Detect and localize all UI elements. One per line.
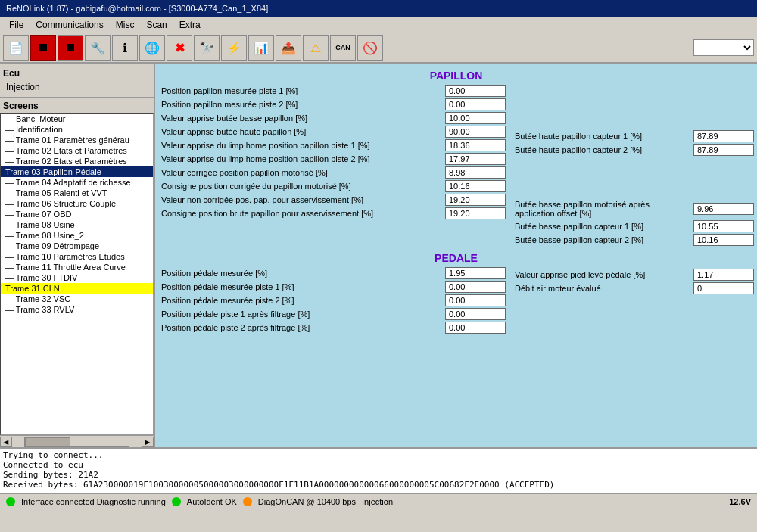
pedale-row-0: Position pédale mesurée [%] 1.95: [158, 267, 506, 279]
screen-item-4[interactable]: — Trame 02 Etats et Paramètres: [1, 156, 153, 166]
papillon-value-3[interactable]: 90.00: [445, 126, 506, 138]
menu-bar: File Communications Misc Scan Extra: [0, 17, 757, 33]
papillon-value-2[interactable]: 10.00: [445, 112, 506, 124]
pedale-label-1: Position pédale mesurée piste 1 [%]: [158, 282, 445, 292]
menu-scan[interactable]: Scan: [140, 18, 173, 32]
screens-scrollbar: ◄ ►: [0, 435, 154, 447]
screen-item-18[interactable]: — Trame 33 RVLV: [1, 304, 153, 315]
papillon-header: PAPILLON: [158, 70, 754, 82]
papillon-right-label-0: Butée haute papillon capteur 1 [%]: [512, 131, 693, 142]
log-line-0: Trying to connect...: [3, 450, 754, 460]
pedale-label-4: Position pédale piste 2 après filtrage […: [158, 322, 445, 333]
papillon-value-1[interactable]: 0.00: [445, 98, 506, 110]
toolbar-dropdown[interactable]: [693, 39, 754, 56]
papillon-right-value-3[interactable]: 10.55: [693, 220, 754, 232]
papillon-right-value-4[interactable]: 10.16: [693, 234, 754, 246]
screen-item-6[interactable]: — Trame 04 Adaptatif de richesse: [1, 177, 153, 188]
status-diagcan: DiagOnCAN @ 10400 bps: [258, 497, 356, 506]
log-line-1: Connected to ecu: [3, 460, 754, 470]
status-autoident: AutoIdent OK: [187, 497, 237, 506]
screen-item-12[interactable]: — Trame 09 Détrompage: [1, 241, 153, 251]
papillon-value-8[interactable]: 19.20: [445, 194, 506, 206]
pedale-right-value-0[interactable]: 1.17: [693, 269, 754, 281]
papillon-right-value-2[interactable]: 9.96: [693, 203, 754, 215]
upload-button[interactable]: 📤: [276, 35, 301, 61]
log-line-2: Sending bytes: 21A2: [3, 470, 754, 480]
stop-button[interactable]: ⏹: [58, 35, 83, 61]
screen-item-9[interactable]: — Trame 07 OBD: [1, 209, 153, 219]
screen-item-0[interactable]: — Banc_Moteur: [1, 114, 153, 124]
scroll-thumb[interactable]: [25, 437, 70, 446]
pedale-value-1[interactable]: 0.00: [445, 281, 506, 293]
papillon-label-1: Position papillon mesurée piste 2 [%]: [158, 99, 445, 110]
papillon-right-row-2: Butée basse papillon motorisé après appl…: [512, 199, 754, 219]
papillon-right-row-3: Butée basse papillon capteur 1 [%] 10.55: [512, 220, 754, 232]
screens-label: Screens: [0, 98, 154, 113]
ecu-label: Ecu: [3, 67, 151, 80]
info-button[interactable]: ℹ: [112, 35, 138, 61]
flash-button[interactable]: ⚡: [221, 35, 247, 61]
papillon-right-value-1[interactable]: 87.89: [693, 144, 754, 156]
scroll-right-btn[interactable]: ►: [142, 437, 154, 447]
pedale-value-4[interactable]: 0.00: [445, 322, 506, 334]
pedale-label-3: Position pédale piste 1 après filtrage […: [158, 309, 445, 319]
papillon-value-9[interactable]: 19.20: [445, 207, 506, 219]
menu-misc[interactable]: Misc: [110, 18, 141, 32]
screen-item-14[interactable]: — Trame 11 Throttle Area Curve: [1, 262, 153, 272]
papillon-right-value-0[interactable]: 87.89: [693, 130, 754, 142]
can-button[interactable]: CAN: [330, 35, 356, 61]
save-button[interactable]: ⏹: [30, 35, 56, 61]
screen-item-16[interactable]: Trame 31 CLN: [1, 283, 153, 294]
disconnect-button[interactable]: ✖: [167, 35, 192, 61]
papillon-row-7: Consigne position corrigée du papillon m…: [158, 180, 506, 192]
warning-button[interactable]: ⚠: [303, 35, 329, 61]
screen-item-3[interactable]: — Trame 02 Etats et Paramètres: [1, 145, 153, 156]
screen-item-7[interactable]: — Trame 05 Ralenti et VVT: [1, 188, 153, 198]
papillon-value-0[interactable]: 0.00: [445, 85, 506, 97]
pedale-label-2: Position pédale mesurée piste 2 [%]: [158, 295, 445, 306]
pedale-value-2[interactable]: 0.00: [445, 294, 506, 306]
content-area: PAPILLON Position papillon mesurée piste…: [155, 64, 757, 447]
papillon-right-label-2: Butée basse papillon motorisé après appl…: [512, 199, 693, 219]
screen-item-11[interactable]: — Trame 08 Usine_2: [1, 230, 153, 241]
screen-item-1[interactable]: — Identification: [1, 124, 153, 135]
screen-item-17[interactable]: — Trame 32 VSC: [1, 294, 153, 304]
connect-button[interactable]: 🌐: [139, 35, 165, 61]
status-text: Interface connected Diagnostic running: [21, 497, 166, 506]
papillon-label-2: Valeur apprise butée basse papillon [%]: [158, 113, 445, 123]
screen-item-2[interactable]: — Trame 01 Paramètres générau: [1, 135, 153, 145]
pedale-row-4: Position pédale piste 2 après filtrage […: [158, 322, 506, 334]
status-autoident-icon: [172, 497, 181, 506]
ecu-button[interactable]: 🔧: [85, 35, 111, 61]
scan-button[interactable]: 🚫: [357, 35, 383, 61]
menu-file[interactable]: File: [3, 18, 30, 32]
papillon-right-row-0: Butée haute papillon capteur 1 [%] 87.89: [512, 130, 754, 142]
pedale-right-label-0: Valeur apprise pied levé pédale [%]: [512, 269, 693, 280]
menu-communications[interactable]: Communications: [30, 18, 109, 32]
screens-list[interactable]: — Banc_Moteur— Identification— Trame 01 …: [0, 113, 154, 435]
map-button[interactable]: 📊: [248, 35, 274, 61]
injection-label: Injection: [3, 80, 151, 94]
papillon-value-6[interactable]: 8.98: [445, 166, 506, 179]
title-bar: ReNOLink (1.87) - gabigafu@hotmail.com -…: [0, 0, 757, 17]
pedale-row-1: Position pédale mesurée piste 1 [%] 0.00: [158, 281, 506, 293]
papillon-value-4[interactable]: 18.36: [445, 139, 506, 151]
pedale-right-row-1: Débit air moteur évalué 0: [512, 282, 754, 294]
screen-item-10[interactable]: — Trame 08 Usine: [1, 219, 153, 230]
scroll-left-btn[interactable]: ◄: [0, 437, 12, 447]
pedale-value-3[interactable]: 0.00: [445, 308, 506, 320]
log-area: Trying to connect... Connected to ecu Se…: [0, 447, 757, 493]
pedale-value-0[interactable]: 1.95: [445, 267, 506, 279]
pedale-right-value-1[interactable]: 0: [693, 282, 754, 294]
binoculars-button[interactable]: 🔭: [194, 35, 220, 61]
new-button[interactable]: 📄: [3, 35, 29, 61]
screen-item-15[interactable]: — Trame 30 FTDIV: [1, 272, 153, 283]
scroll-track[interactable]: [24, 437, 129, 447]
screen-item-13[interactable]: — Trame 10 Paramètres Etudes: [1, 251, 153, 262]
papillon-row-5: Valeur apprise du limp home position pap…: [158, 153, 506, 165]
screen-item-8[interactable]: — Trame 06 Structure Couple: [1, 198, 153, 209]
papillon-value-7[interactable]: 10.16: [445, 180, 506, 192]
screen-item-5[interactable]: Trame 03 Papillon-Pédale: [1, 166, 153, 177]
menu-extra[interactable]: Extra: [173, 18, 207, 32]
papillon-value-5[interactable]: 17.97: [445, 153, 506, 165]
